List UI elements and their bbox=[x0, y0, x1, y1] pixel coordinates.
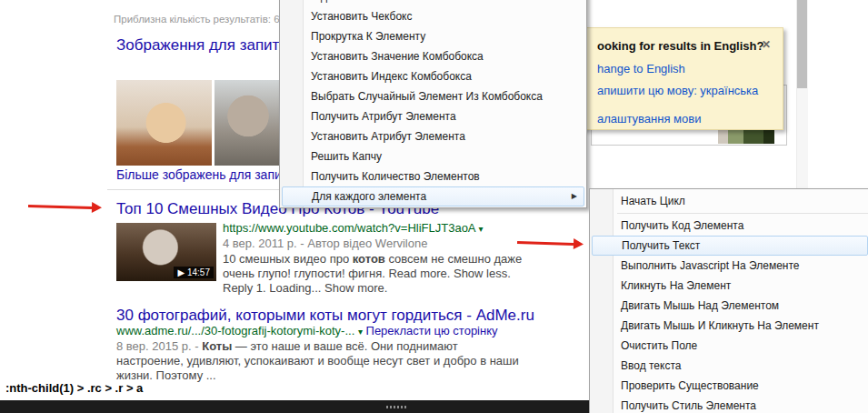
vertical-scrollbar-thumb[interactable] bbox=[797, 0, 807, 88]
translate-page-link[interactable]: Перекласти цю сторінку bbox=[366, 324, 498, 337]
result-2-url: www.adme.ru/.../30-fotografij-kotorymi-k… bbox=[116, 324, 498, 337]
result-2-snippet: 8 вер. 2015 р. - Коты — это наше и ваше … bbox=[116, 339, 527, 383]
menu-item-scroll-to-element[interactable]: Прокрутка К Элементу bbox=[280, 26, 586, 46]
menu-item-random-combobox-element[interactable]: Выбрать Случайный Элемент Из Комбобокса bbox=[280, 86, 586, 106]
submenu-item-input-text[interactable]: Ввод текста bbox=[590, 356, 868, 376]
more-images-link[interactable]: Більше зображень для запиту bbox=[116, 167, 294, 182]
images-section-heading-link[interactable]: Зображення для запиту bbox=[116, 36, 287, 55]
submenu-item-get-text[interactable]: Получить Текст bbox=[592, 236, 868, 256]
notification-title: ooking for results in English? bbox=[597, 39, 772, 53]
context-submenu: Начать Цикл Получить Код Элемента Получи… bbox=[589, 188, 868, 413]
submenu-item-execute-javascript[interactable]: Выполнить Javascript На Элементе bbox=[590, 256, 868, 276]
video-duration: 14:57 bbox=[187, 267, 210, 277]
submenu-item-check-existence[interactable]: Проверить Существование bbox=[590, 376, 868, 396]
menu-item-set-checkbox[interactable]: Установить Чекбокс bbox=[280, 6, 586, 26]
context-menu: Ждать Появления Элемента Установить Чекб… bbox=[279, 0, 587, 208]
chevron-down-icon[interactable]: ▾ bbox=[358, 327, 363, 337]
menu-item-for-each-element[interactable]: Для каждого элемента▶ bbox=[282, 186, 584, 206]
play-icon: ▶ bbox=[177, 267, 185, 277]
results-count: Приблизна кількість результатів: 6 bbox=[114, 14, 280, 25]
submenu-item-move-mouse-and-click[interactable]: Двигать Мышь И Кликнуть На Элемент bbox=[590, 316, 868, 336]
video-duration-badge: ▶ 14:57 bbox=[174, 267, 214, 278]
menu-item-set-combobox-index[interactable]: Установить Индекс Комбобокса bbox=[280, 66, 586, 86]
close-icon[interactable]: ✕ bbox=[762, 38, 771, 51]
menu-item-set-combobox-value[interactable]: Установить Значение Комбобокса bbox=[280, 46, 586, 66]
css-selector-path: :nth-child(1) > .rc > .r > a bbox=[5, 381, 143, 395]
menu-item-get-attribute[interactable]: Получить Атрибут Элемента bbox=[280, 106, 586, 126]
result-2-title-link[interactable]: 30 фотографий, которыми коты могут горди… bbox=[116, 307, 534, 325]
menu-separator bbox=[617, 213, 868, 214]
cat-image-thumbnail-2[interactable] bbox=[215, 80, 282, 166]
result-1-date-line: 4 вер. 2011 р. - Автор відео Wervilone bbox=[223, 237, 427, 250]
menu-item-set-attribute[interactable]: Установить Атрибут Элемента bbox=[280, 126, 586, 146]
menu-item-get-elements-count[interactable]: Получить Количество Элементов bbox=[280, 166, 586, 186]
submenu-item-get-element-code[interactable]: Получить Код Элемента bbox=[590, 216, 868, 236]
result-1-snippet: 10 смешных видео про котов совсем не сме… bbox=[223, 252, 526, 296]
submenu-item-click-element[interactable]: Кликнуть На Элемент bbox=[590, 276, 868, 296]
keep-language-link[interactable]: апишити цю мову: українська bbox=[597, 84, 772, 97]
red-arrow-icon bbox=[517, 241, 574, 246]
menu-item-wait-element[interactable]: Ждать Появления Элемента bbox=[280, 0, 586, 6]
menu-item-solve-captcha[interactable]: Решить Капчу bbox=[280, 146, 586, 166]
result-1-url-text: https://www.youtube.com/watch?v=HliFLJT3… bbox=[223, 221, 475, 235]
submenu-item-move-mouse-over[interactable]: Двигать Мышь Над Элементом bbox=[590, 296, 868, 316]
submenu-item-clear-field[interactable]: Очистить Поле bbox=[590, 336, 868, 356]
change-to-english-link[interactable]: hange to English bbox=[597, 62, 772, 76]
red-arrow-icon bbox=[28, 205, 92, 209]
cat-image-thumbnail-1[interactable] bbox=[116, 80, 212, 166]
result-1-url: https://www.youtube.com/watch?v=HliFLJT3… bbox=[223, 221, 483, 235]
submenu-item-start-loop[interactable]: Начать Цикл bbox=[590, 191, 868, 211]
grip-dots-icon bbox=[386, 406, 407, 408]
submenu-arrow-icon: ▶ bbox=[572, 187, 577, 206]
video-thumbnail[interactable]: ▶ 14:57 bbox=[116, 223, 216, 281]
language-settings-link[interactable]: алаштування мови bbox=[597, 112, 772, 126]
result-2-url-text: www.adme.ru/.../30-fotografij-kotorymi-k… bbox=[116, 324, 354, 337]
chevron-down-icon[interactable]: ▾ bbox=[478, 224, 483, 234]
submenu-item-get-element-style[interactable]: Получить Стиль Элемента bbox=[590, 396, 868, 413]
language-notification: ooking for results in English? ✕ hange t… bbox=[582, 27, 783, 130]
